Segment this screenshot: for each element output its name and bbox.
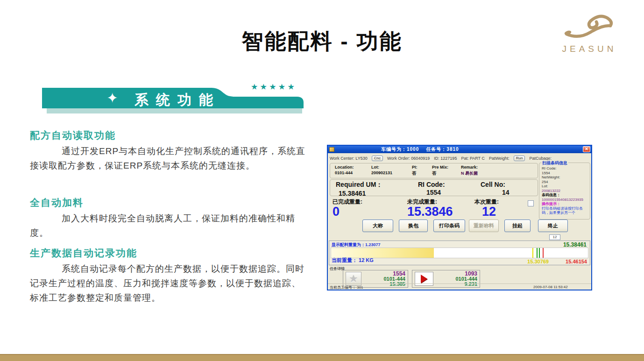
target-marker-2 xyxy=(539,248,540,258)
suspend-button[interactable]: 挂起 xyxy=(504,219,531,232)
window-titlebar[interactable]: 车编号为：1000 任务号：3810 ✕ xyxy=(328,146,591,153)
section-heading-auto-feed: 全自动加料 xyxy=(30,196,84,209)
big-scale-button[interactable]: 大称 xyxy=(362,219,393,232)
diamond-star-icon: ✦ xyxy=(106,90,118,106)
brand-name: JEASUN xyxy=(559,44,620,54)
print-barcode-button[interactable]: 打印条码 xyxy=(433,219,465,232)
cnc-button[interactable]: Cnc xyxy=(372,156,383,161)
premix-field: Pre Mix:否 xyxy=(432,165,448,177)
high-limit-marker xyxy=(543,248,544,258)
scan-lot-value: 200813222 xyxy=(542,189,588,193)
run-button[interactable]: Run xyxy=(514,156,525,161)
section-heading-recipe-read: 配方自动读取功能 xyxy=(30,129,116,142)
barcode-info-label: 条码信息： xyxy=(542,193,588,198)
page-title: 智能配料 - 功能 xyxy=(0,27,644,56)
window-title: 车编号为：1000 任务号：3810 xyxy=(381,146,459,153)
pi-field: PI:否 xyxy=(412,165,418,177)
employee-id-status: 当前员工编号： 301 xyxy=(330,285,363,290)
low-limit-value: 15.30769 xyxy=(527,259,549,264)
pat-cubage-label: PatCubage: xyxy=(529,156,552,161)
target-weight-value: 15.38461 xyxy=(563,241,587,248)
high-limit-value: 15.46154 xyxy=(566,259,587,264)
scan-net-label: NetWeight: xyxy=(542,175,588,180)
target-marker xyxy=(537,248,538,258)
pat-weight-label: PatWeight: xyxy=(489,156,510,161)
work-center-label: Work Center: LY530 xyxy=(330,156,368,161)
lot-field: Lot:200902131 xyxy=(371,165,392,175)
section-body-data-record: 系统自动记录每个配方的生产数据，以便于数据追踪。同时记录生产过程的温度、压力和搅… xyxy=(30,262,308,305)
scan-ri-label: RI Code: xyxy=(542,166,588,171)
banner-title: 系统功能 xyxy=(134,91,220,110)
status-bar: 当前员工编号： 301 2009-07-08 11:53:42 xyxy=(328,283,591,290)
brand-logo: JEASUN xyxy=(559,12,620,54)
required-um-field: Required UM：15.38461 xyxy=(336,181,382,197)
reweigh-button[interactable]: 重新称料 xyxy=(469,219,499,232)
remark-field: Remark:N 易长菌 xyxy=(461,165,478,177)
confirm-checkbox[interactable] xyxy=(528,200,534,206)
section-body-auto-feed: 加入大料时段完全自动脱离人工，保证加料的准确性和精度。 xyxy=(30,211,308,240)
weighing-progress-panel: 显示配料重量为：1.23077 15.38461 当前重量： 12 KG 15.… xyxy=(329,241,590,265)
scan-ri-value: 1554 xyxy=(542,171,588,176)
change-bag-button[interactable]: 换包 xyxy=(399,219,428,232)
close-icon[interactable]: ✕ xyxy=(583,146,590,152)
timestamp-status: 2009-07-08 11:53:42 xyxy=(533,285,568,289)
work-order-label: Work Order: 06040919 xyxy=(387,156,430,161)
mini-value-box[interactable]: 12 xyxy=(549,234,560,240)
done-weight-value: 0 xyxy=(333,205,340,219)
scan-net-value: 254 xyxy=(542,180,588,184)
required-groupbox: Required UM：15.38461 RI Code:1554 Cell N… xyxy=(330,179,538,196)
presentation-slide: 智能配料 - 功能 JEASUN ✦ 系统功能 ★ ★ ★ ★ ★ 配方自动读取… xyxy=(0,0,644,361)
barcode-value: 10000015540813223935 xyxy=(542,198,588,202)
hint-text: 打印条码错误请按打印条码，如果要从另一个 xyxy=(542,206,588,215)
section-body-recipe-read: 通过开发ERP与本自动化生产控制系统的通讯程序，系统直接读取配方参数，保证ERP… xyxy=(30,144,308,173)
pat-label: Pat: PART C xyxy=(461,156,485,161)
location-field: Location:0101-444 xyxy=(335,165,354,175)
ri-code-field: RI Code:1554 xyxy=(418,181,445,196)
terminate-button[interactable]: 终止 xyxy=(538,219,568,232)
progress-fill xyxy=(331,248,434,258)
window-icon xyxy=(329,147,334,152)
five-stars-icon: ★ ★ ★ ★ ★ xyxy=(251,83,295,91)
current-weight-value: 12 xyxy=(482,205,496,219)
current-weight-readout: 当前重量： 12 KG xyxy=(332,257,374,264)
lot-info-groupbox: Location:0101-444 Lot:200902131 PI:否 Pre… xyxy=(330,163,538,178)
batching-app-window: 车编号为：1000 任务号：3810 ✕ Work Center: LY530 … xyxy=(327,145,592,290)
hint-label: 操作提示： xyxy=(542,202,588,206)
scan-barcode-panel: 扫描条码信息 RI Code: 1554 NetWeight: 254 Lot:… xyxy=(539,163,590,219)
cell-no-field: Cell No:14 xyxy=(481,181,510,196)
scan-lot-label: Lot: xyxy=(542,184,588,189)
footer-gold-bar xyxy=(0,354,644,361)
low-limit-marker xyxy=(532,248,533,258)
remain-weight-value: 15.3846 xyxy=(407,205,453,219)
id-label: ID: 1227195 xyxy=(434,156,457,161)
scan-panel-title: 扫描条码信息 xyxy=(541,160,568,166)
jeasun-swoosh-icon xyxy=(562,12,617,41)
section-heading-data-record: 生产数据自动记录功能 xyxy=(30,247,137,260)
